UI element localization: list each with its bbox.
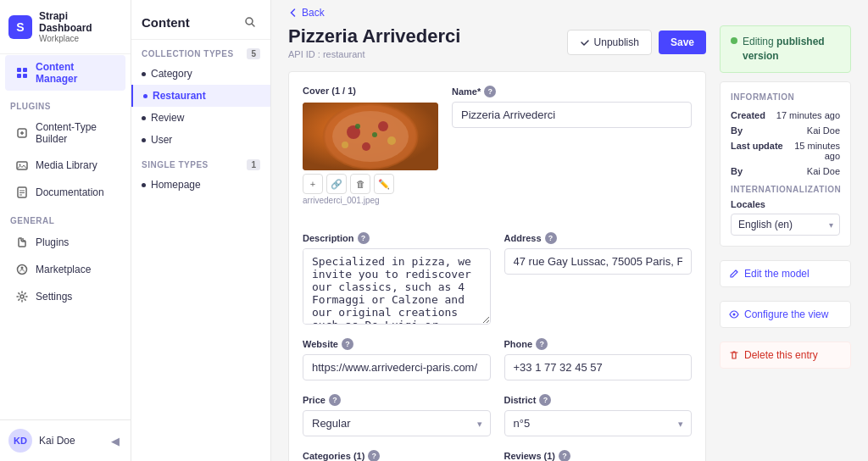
sidebar-item-content-manager[interactable]: Content Manager [5, 55, 125, 91]
page-title: Pizzeria Arrivederci [288, 25, 460, 47]
cover-link-button[interactable]: 🔗 [326, 174, 347, 194]
cover-delete-button[interactable]: 🗑 [350, 174, 370, 194]
brand-icon: S [8, 15, 32, 39]
sidebar-item-content-type-builder[interactable]: Content-Type Builder [5, 115, 125, 151]
edit-model-label: Edit the model [744, 268, 810, 280]
avatar: KD [8, 429, 32, 453]
sidebar-item-label: Media Library [36, 159, 97, 171]
nav-item-review[interactable]: Review [131, 107, 270, 129]
unpublish-button[interactable]: Unpublish [567, 30, 652, 55]
sidebar-item-plugins[interactable]: Plugins [5, 230, 125, 255]
nav-dot [143, 94, 147, 98]
content-panel-title: Content [142, 15, 190, 30]
plugins-section-label: PLUGINS [0, 92, 131, 114]
last-update-by-key: By [731, 166, 743, 176]
address-label: Address ? [504, 232, 693, 244]
sidebar-item-label: Content-Type Builder [36, 121, 115, 145]
save-button[interactable]: Save [659, 31, 706, 54]
svg-point-23 [342, 142, 348, 148]
nav-dot [142, 183, 146, 187]
main-form: Pizzeria Arrivederci API ID : restaurant… [288, 25, 706, 444]
nav-item-label: Restaurant [153, 90, 206, 102]
nav-item-restaurant[interactable]: Restaurant [131, 85, 270, 107]
last-update-key: Last update [731, 141, 783, 161]
categories-label: Categories (1) ? [303, 450, 491, 461]
sidebar-item-label: Documentation [36, 186, 104, 198]
cover-add-button[interactable]: + [303, 174, 323, 194]
sidebar-item-documentation[interactable]: Documentation [5, 180, 125, 205]
website-input[interactable] [303, 354, 491, 380]
svg-point-16 [246, 18, 253, 25]
address-info-icon: ? [545, 232, 557, 244]
edit-model-link[interactable]: Edit the model [720, 260, 851, 287]
phone-label: Phone ? [504, 338, 693, 350]
brand-name: Strapi Dashboard [39, 10, 122, 34]
district-label: District ? [504, 394, 693, 406]
plugins-icon [15, 236, 29, 249]
last-update-value: 15 minutes ago [787, 141, 840, 161]
configure-view-label: Configure the view [744, 308, 828, 320]
collection-types-label: COLLECTION TYPES [142, 49, 234, 58]
sidebar: S Strapi Dashboard Workplace Content Man… [0, 0, 131, 461]
price-label: Price ? [303, 394, 491, 406]
svg-point-15 [20, 295, 24, 298]
created-key: Created [731, 110, 765, 120]
name-input[interactable] [452, 102, 692, 128]
configure-view-link[interactable]: Configure the view [720, 301, 851, 328]
last-update-by-value: Kai Doe [807, 166, 840, 176]
locale-select[interactable]: English (en) French (fr) [731, 214, 840, 236]
nav-dot [142, 72, 146, 76]
website-info-icon: ? [342, 338, 353, 350]
editing-status-dot [731, 37, 737, 44]
svg-point-28 [733, 313, 736, 315]
nav-item-homepage[interactable]: Homepage [131, 174, 270, 196]
svg-point-19 [332, 111, 409, 162]
cover-edit-button[interactable]: ✏️ [374, 174, 394, 194]
cover-section: Cover (1 / 1) [303, 86, 438, 205]
sidebar-item-label: Plugins [36, 236, 69, 248]
delete-entry-link[interactable]: Delete this entry [720, 342, 851, 369]
nav-item-label: Homepage [151, 179, 201, 191]
svg-point-25 [372, 132, 377, 137]
nav-item-label: User [151, 134, 172, 146]
svg-rect-2 [17, 74, 21, 78]
name-info-icon: ? [484, 86, 496, 97]
nav-item-category[interactable]: Category [131, 63, 270, 85]
collection-types-count: 5 [247, 48, 260, 59]
main-area: Back Pizzeria Arrivederci API ID : resta… [271, 0, 868, 461]
nav-item-label: Category [151, 68, 192, 80]
description-label: Description ? [303, 232, 491, 244]
sidebar-item-label: Marketplace [36, 264, 91, 275]
svg-point-26 [355, 124, 360, 129]
information-title: INFORMATION [731, 92, 840, 102]
description-info-icon: ? [358, 232, 370, 244]
reviews-info-icon: ? [559, 450, 570, 461]
district-select[interactable]: n°5 [504, 410, 693, 436]
nav-dot [142, 116, 146, 120]
form-card: Cover (1 / 1) [288, 71, 706, 461]
price-info-icon: ? [329, 394, 341, 406]
phone-input[interactable] [504, 354, 693, 380]
locales-label: Locales [731, 199, 840, 209]
back-link[interactable]: Back [288, 7, 325, 19]
phone-info-icon: ? [536, 338, 548, 350]
sidebar-item-media-library[interactable]: Media Library [5, 153, 125, 178]
settings-icon [15, 290, 29, 303]
svg-rect-7 [17, 162, 27, 169]
brand: S Strapi Dashboard Workplace [0, 0, 131, 54]
address-input[interactable] [504, 248, 693, 275]
content-panel: Content COLLECTION TYPES 5 Category Rest… [131, 0, 271, 461]
nav-item-label: Review [151, 112, 184, 124]
svg-point-22 [362, 142, 370, 151]
name-label: Name* ? [452, 86, 692, 97]
price-select[interactable]: Regular Cheap Moderate Expensive [303, 410, 491, 436]
content-search-button[interactable] [240, 12, 260, 32]
sidebar-item-label: Content Manager [36, 61, 115, 85]
sidebar-collapse-button[interactable]: ◀ [108, 434, 122, 447]
sidebar-item-settings[interactable]: Settings [5, 284, 125, 309]
description-input[interactable]: Specialized in pizza, we invite you to r… [303, 248, 491, 325]
content-type-builder-icon [15, 126, 29, 140]
nav-item-user[interactable]: User [131, 129, 270, 151]
sidebar-item-marketplace[interactable]: Marketplace [5, 257, 125, 282]
general-section-label: GENERAL [0, 206, 131, 229]
